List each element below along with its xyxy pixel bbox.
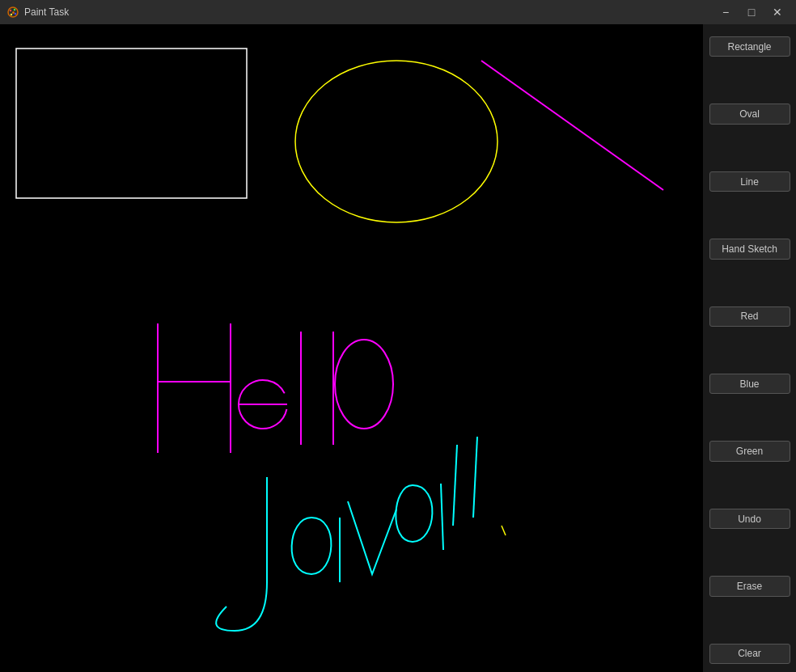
green-button[interactable]: Green	[709, 441, 790, 461]
title-bar-left: Paint Task	[6, 6, 69, 19]
paint-canvas[interactable]	[0, 24, 703, 672]
undo-button[interactable]: Undo	[709, 509, 790, 529]
line-button[interactable]: Line	[709, 171, 790, 192]
app-icon	[6, 6, 19, 19]
title-bar-controls: − □ ✕	[713, 4, 790, 20]
hand-sketch-button[interactable]: Hand Sketch	[709, 239, 790, 259]
svg-point-2	[14, 9, 15, 11]
svg-point-1	[10, 10, 11, 11]
svg-point-5	[12, 11, 15, 14]
title-bar: Paint Task − □ ✕	[0, 0, 796, 24]
oval-button[interactable]: Oval	[709, 104, 790, 124]
maximize-button[interactable]: □	[739, 4, 764, 20]
sidebar: Rectangle Oval Line Hand Sketch Red Blue…	[703, 24, 796, 672]
close-button[interactable]: ✕	[765, 4, 790, 20]
svg-point-4	[11, 14, 12, 15]
rectangle-button[interactable]: Rectangle	[709, 36, 790, 57]
canvas-area[interactable]	[0, 24, 703, 672]
minimize-button[interactable]: −	[713, 4, 738, 20]
title-text: Paint Task	[24, 6, 69, 18]
erase-button[interactable]: Erase	[709, 576, 790, 596]
red-button[interactable]: Red	[709, 306, 790, 327]
clear-button[interactable]: Clear	[709, 644, 790, 664]
svg-point-3	[15, 13, 16, 15]
blue-button[interactable]: Blue	[709, 374, 790, 394]
main-layout: Rectangle Oval Line Hand Sketch Red Blue…	[0, 24, 796, 672]
